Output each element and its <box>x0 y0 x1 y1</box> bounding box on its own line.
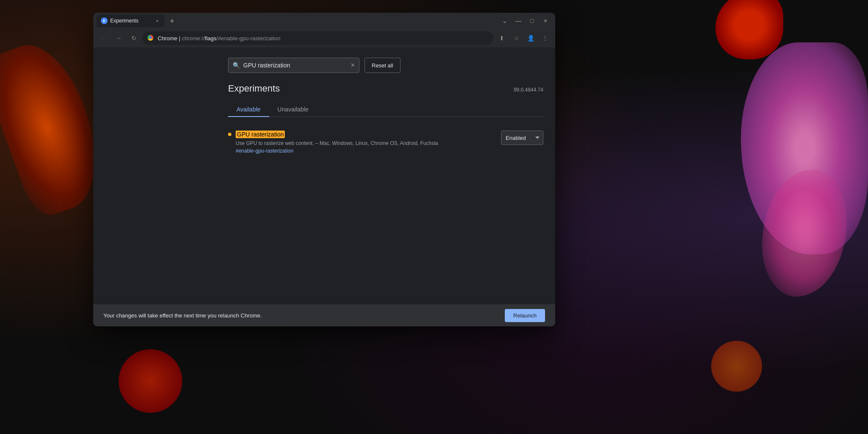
reset-all-button[interactable]: Reset all <box>364 58 401 73</box>
back-button[interactable]: ← <box>97 31 110 45</box>
tab-title: Experiments <box>110 18 151 24</box>
menu-button[interactable]: ⋮ <box>538 31 552 45</box>
page-content: 🔍 GPU rasterization × Reset all Experime… <box>93 47 555 326</box>
decorative-blob-red-top <box>715 0 783 59</box>
flag-indicator <box>228 133 231 136</box>
tabs-bar: E Experiments × + <box>97 14 498 27</box>
tab-available[interactable]: Available <box>228 103 269 117</box>
address-hash-part: /#enable-gpu-rasterization <box>217 35 281 42</box>
window-close-button[interactable]: × <box>539 15 552 26</box>
address-separator: | <box>179 35 182 42</box>
decorative-blob-red-bottom <box>119 349 182 413</box>
address-text: Chrome | chrome://flags/#enable-gpu-rast… <box>158 35 488 42</box>
tab-favicon: E <box>101 17 108 24</box>
chrome-icon <box>147 35 154 42</box>
content-tabs: Available Unavailable <box>228 103 543 117</box>
search-icon: 🔍 <box>233 62 240 69</box>
decorative-blob-orange-bottom <box>711 341 762 392</box>
flag-select-dropdown[interactable]: Default Enabled Disabled <box>501 131 543 145</box>
notification-text: Your changes will take effect the next t… <box>103 312 498 319</box>
flag-name: GPU rasterization <box>236 131 285 138</box>
title-bar: E Experiments × + ⌄ — □ × <box>93 13 555 29</box>
tab-unavailable[interactable]: Unavailable <box>269 103 317 117</box>
main-area: 🔍 GPU rasterization × Reset all Experime… <box>216 47 555 326</box>
new-tab-button[interactable]: + <box>166 15 178 27</box>
flag-description: Use GPU to rasterize web content. – Mac,… <box>236 140 497 147</box>
address-scheme: chrome:// <box>182 35 205 42</box>
address-chrome-label: Chrome <box>158 35 177 42</box>
forward-button[interactable]: → <box>112 31 125 45</box>
version-text: 99.0.4844.74 <box>514 87 543 93</box>
tab-close-button[interactable]: × <box>153 17 161 25</box>
profile-button[interactable]: 👤 <box>524 31 537 45</box>
address-bar[interactable]: Chrome | chrome://flags/#enable-gpu-rast… <box>142 31 493 45</box>
search-clear-button[interactable]: × <box>351 61 355 69</box>
experiments-header: Experiments 99.0.4844.74 <box>228 83 543 94</box>
nav-right-icons: ⬆ ☆ 👤 ⋮ <box>495 31 552 45</box>
flag-anchor-link[interactable]: #enable-gpu-rasterization <box>236 148 497 154</box>
flag-control: Default Enabled Disabled <box>501 131 543 145</box>
active-tab[interactable]: E Experiments × <box>97 14 164 27</box>
reload-button[interactable]: ↻ <box>127 31 141 45</box>
bookmark-button[interactable]: ☆ <box>509 31 523 45</box>
search-container: 🔍 GPU rasterization × Reset all <box>228 58 543 73</box>
window-maximize-button[interactable]: □ <box>526 15 538 26</box>
window-chevron-button[interactable]: ⌄ <box>498 15 511 26</box>
notification-bar: Your changes will take effect the next t… <box>93 304 555 326</box>
window-minimize-button[interactable]: — <box>512 15 525 26</box>
address-flag-part: flags <box>205 35 216 42</box>
share-button[interactable]: ⬆ <box>495 31 509 45</box>
sidebar <box>93 47 216 326</box>
search-input[interactable]: GPU rasterization <box>243 62 348 69</box>
title-bar-right-controls: ⌄ — □ × <box>498 15 552 26</box>
relaunch-button[interactable]: Relaunch <box>505 309 545 322</box>
browser-window: E Experiments × + ⌄ — □ × ← → ↻ Chrome | <box>93 13 555 326</box>
navigation-bar: ← → ↻ Chrome | chrome://flags/#enable-gp… <box>93 29 555 47</box>
flag-item-gpu-rasterization: GPU rasterization Use GPU to rasterize w… <box>228 125 543 159</box>
experiments-title: Experiments <box>228 83 280 94</box>
search-box[interactable]: 🔍 GPU rasterization × <box>228 58 359 73</box>
flag-info: GPU rasterization Use GPU to rasterize w… <box>236 131 497 154</box>
